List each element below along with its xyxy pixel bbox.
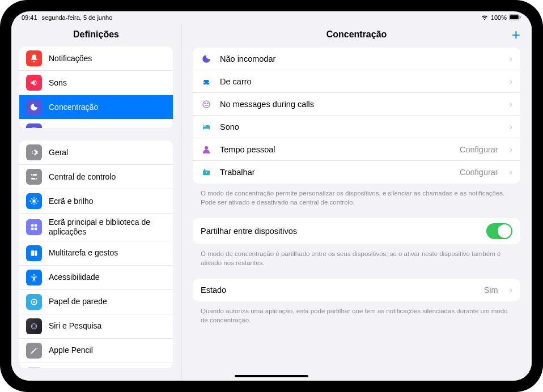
row-label: Tempo pessoal [220, 145, 452, 154]
detail-header: Concentração + [181, 24, 532, 48]
detail-pane: Concentração + Não incomodar › [181, 24, 532, 381]
share-toggle[interactable] [486, 223, 512, 239]
sidebar-item-homescreen[interactable]: Ecrã principal e biblioteca de aplicaçõe… [19, 214, 173, 241]
add-focus-button[interactable]: + [512, 27, 520, 42]
multitask-icon [26, 245, 42, 261]
sidebar: Definições Notificações Sons [11, 24, 181, 381]
sidebar-item-pencil[interactable]: Apple Pencil [19, 339, 173, 363]
smiley-icon [201, 99, 212, 110]
focus-status-row[interactable]: Estado Sim › [193, 279, 520, 301]
sidebar-item-focus[interactable]: Concentração [19, 95, 173, 120]
sidebar-item-sounds[interactable]: Sons [19, 71, 173, 95]
row-label: Trabalhar [220, 168, 452, 177]
screen: 09:41 segunda-feira, 5 de junho 100% Def… [11, 11, 532, 381]
bell-icon [26, 50, 42, 66]
siri-icon [26, 318, 42, 334]
share-group: Partilhar entre dispositivos [193, 218, 520, 244]
sidebar-item-label: Central de controlo [49, 172, 116, 182]
status-date: segunda-feira, 5 de junho [42, 14, 113, 21]
row-label: Estado [201, 286, 476, 295]
sidebar-item-screentime[interactable]: Tempo de ecrã [19, 120, 173, 128]
sidebar-item-label: Apple Pencil [49, 346, 93, 355]
accessibility-icon [26, 270, 42, 286]
sidebar-title: Definições [11, 24, 181, 46]
svg-point-22 [205, 103, 206, 104]
briefcase-icon [201, 167, 212, 178]
focus-mode-custom[interactable]: No messages during calls › [193, 93, 520, 116]
fingerprint-icon [26, 367, 42, 368]
row-trail: Configurar [460, 168, 498, 177]
row-label: Sono [220, 122, 498, 131]
svg-rect-4 [31, 178, 37, 180]
svg-rect-13 [35, 250, 37, 255]
sidebar-item-general[interactable]: Geral [19, 140, 173, 165]
svg-rect-3 [31, 174, 37, 176]
svg-point-24 [205, 146, 208, 150]
chevron-right-icon: › [510, 122, 512, 132]
speaker-icon [26, 75, 42, 91]
sidebar-item-multitasking[interactable]: Multitarefa e gestos [19, 241, 173, 266]
svg-point-7 [32, 199, 35, 202]
battery-icon [509, 14, 521, 22]
svg-rect-25 [204, 169, 206, 171]
wifi-icon [481, 14, 489, 21]
status-footer: Quando autoriza uma aplicação, esta pode… [193, 305, 520, 336]
sidebar-item-label: Multitarefa e gestos [49, 248, 118, 258]
battery-percent: 100% [491, 14, 507, 21]
row-trail: Sim [484, 286, 498, 295]
status-bar: 09:41 segunda-feira, 5 de junho 100% [11, 11, 532, 24]
row-trail: Configurar [460, 145, 498, 154]
sidebar-item-siri[interactable]: Siri e Pesquisa [19, 314, 173, 339]
modes-footer: O modo de concentração permite personali… [193, 187, 520, 218]
focus-mode-dnd[interactable]: Não incomodar › [193, 48, 520, 70]
svg-point-27 [206, 172, 207, 173]
svg-point-16 [33, 301, 35, 302]
sidebar-item-label: Sons [49, 78, 67, 88]
gear-icon [26, 144, 42, 160]
svg-point-23 [207, 103, 209, 104]
sidebar-item-controlcenter[interactable]: Central de controlo [19, 165, 173, 189]
focus-mode-sleep[interactable]: Sono › [193, 116, 520, 138]
status-time: 09:41 [22, 14, 37, 21]
sidebar-item-wallpaper[interactable]: Papel de parede [19, 290, 173, 314]
wallpaper-icon [26, 294, 42, 310]
focus-mode-work[interactable]: Trabalhar Configurar › [193, 161, 520, 184]
row-label: De carro [220, 77, 498, 86]
sidebar-item-accessibility[interactable]: Acessibilidade [19, 266, 173, 290]
svg-point-6 [35, 178, 36, 179]
focus-mode-personal[interactable]: Tempo pessoal Configurar › [193, 138, 520, 161]
moon-icon [26, 99, 42, 115]
chevron-right-icon: › [510, 54, 512, 64]
grid-icon [26, 219, 42, 235]
moon-icon [201, 53, 212, 65]
sidebar-item-touchid[interactable]: Touch ID e código [19, 363, 173, 368]
switches-icon [26, 169, 42, 185]
svg-rect-12 [31, 250, 35, 255]
svg-rect-2 [520, 16, 520, 18]
sidebar-item-label: Papel de parede [49, 297, 107, 306]
sidebar-item-label: Siri e Pesquisa [49, 321, 101, 331]
row-label: No messages during calls [220, 100, 498, 109]
sidebar-item-label: Ecrã e brilho [49, 197, 94, 206]
svg-point-14 [33, 274, 35, 276]
chevron-right-icon: › [510, 144, 512, 155]
svg-rect-1 [510, 15, 519, 19]
device-frame: 09:41 segunda-feira, 5 de junho 100% Def… [0, 0, 543, 392]
svg-rect-11 [35, 227, 37, 230]
sidebar-item-notifications[interactable]: Notificações [19, 46, 173, 71]
sidebar-item-label: Tempo de ecrã [49, 127, 101, 128]
sidebar-item-label: Concentração [49, 103, 98, 112]
sidebar-item-display[interactable]: Ecrã e brilho [19, 189, 173, 214]
svg-point-21 [203, 101, 210, 108]
pencil-icon [26, 343, 42, 359]
svg-point-18 [32, 325, 35, 327]
sidebar-item-label: Ecrã principal e biblioteca de aplicaçõe… [49, 218, 166, 237]
share-footer: O modo de concentração é partilhado entr… [193, 248, 520, 279]
bed-icon [201, 121, 212, 133]
svg-rect-8 [31, 224, 34, 227]
focus-mode-driving[interactable]: De carro › [193, 70, 520, 93]
row-label: Partilhar entre dispositivos [201, 227, 478, 236]
home-indicator[interactable] [235, 375, 308, 377]
sidebar-group-2: Geral Central de controlo Ecrã e brilho [19, 140, 173, 368]
focus-modes-list: Não incomodar › De carro › [193, 48, 520, 184]
